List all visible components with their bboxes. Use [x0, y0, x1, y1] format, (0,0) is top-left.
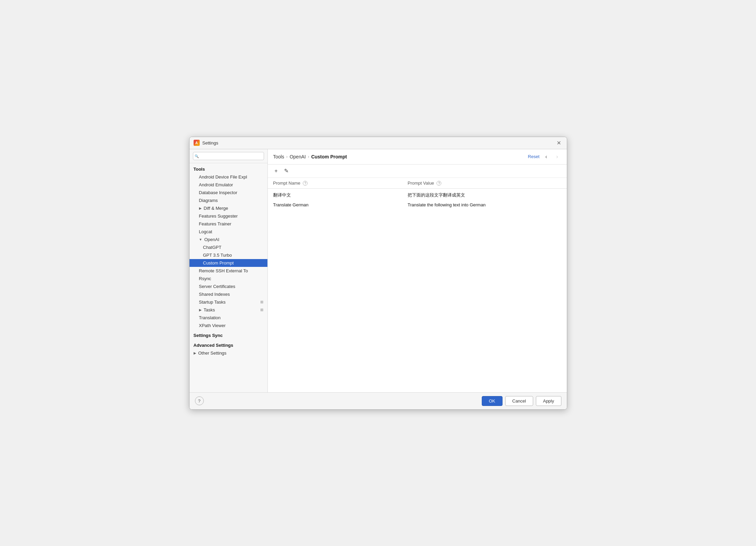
sidebar-item-label: Other Settings: [198, 351, 227, 356]
app-icon: A: [194, 140, 200, 146]
table-body: 翻译中文 把下面的这段文字翻译成英文 Translate German Tran…: [268, 189, 567, 210]
sidebar-item-label: Startup Tasks: [199, 300, 226, 305]
sidebar-item-logcat[interactable]: Logcat: [190, 228, 267, 236]
table-row[interactable]: Translate German Translate the following…: [268, 200, 567, 209]
table-area: Prompt Name ? Prompt Value ? 翻译中文: [268, 178, 567, 392]
col-prompt-value: Prompt Value ?: [402, 178, 566, 189]
dialog-title: Settings: [202, 140, 218, 146]
section-advanced-settings: Advanced Settings: [190, 339, 267, 349]
sidebar-item-database-inspector[interactable]: Database Inspector: [190, 189, 267, 197]
add-button[interactable]: +: [272, 167, 281, 175]
sidebar-item-other-settings[interactable]: ▶ Other Settings: [190, 349, 267, 357]
main-content: Tools Android Device File Expl Android E…: [190, 149, 567, 392]
prompt-name-cell: 翻译中文: [268, 189, 402, 201]
content-area: Tools › OpenAI › Custom Prompt Reset ‹ ›…: [268, 149, 567, 392]
nav-forward-button[interactable]: ›: [553, 153, 561, 161]
section-tools: Tools: [190, 163, 267, 173]
prompt-name-help-icon[interactable]: ?: [303, 181, 308, 186]
sidebar-item-label: Diff & Merge: [204, 206, 228, 211]
help-button[interactable]: ?: [195, 396, 204, 405]
data-table: Prompt Name ? Prompt Value ? 翻译中文: [268, 178, 567, 210]
sidebar-item-label: Android Device File Expl: [199, 174, 247, 180]
breadcrumb-sep2: ›: [308, 154, 309, 159]
edit-button[interactable]: ✎: [282, 167, 291, 175]
bottom-left: ?: [195, 396, 204, 405]
sidebar-item-label: Logcat: [199, 229, 212, 234]
sidebar-item-android-emulator[interactable]: Android Emulator: [190, 181, 267, 189]
sidebar-item-shared-indexes[interactable]: Shared Indexes: [190, 290, 267, 298]
sidebar-item-chatgpt[interactable]: ChatGPT: [190, 243, 267, 251]
sidebar-item-android-device[interactable]: Android Device File Expl: [190, 173, 267, 181]
sidebar-item-label: Custom Prompt: [203, 260, 234, 266]
sidebar-item-rsync[interactable]: Rsync: [190, 275, 267, 283]
breadcrumb-part1: Tools: [273, 154, 284, 159]
sidebar-item-diff-merge[interactable]: ▶ Diff & Merge: [190, 204, 267, 212]
sidebar-item-label: OpenAI: [204, 237, 219, 242]
expand-arrow-icon: ▼: [199, 238, 202, 241]
sidebar-item-features-trainer[interactable]: Features Trainer: [190, 220, 267, 228]
sidebar-item-startup-tasks[interactable]: Startup Tasks ⊞: [190, 298, 267, 306]
sidebar-item-label: Shared Indexes: [199, 292, 230, 297]
apply-button[interactable]: Apply: [536, 396, 561, 406]
prompt-value-help-icon[interactable]: ?: [437, 181, 441, 186]
breadcrumb-current: Custom Prompt: [311, 154, 347, 159]
sidebar-item-xpath-viewer[interactable]: XPath Viewer: [190, 322, 267, 329]
close-button[interactable]: ✕: [555, 139, 563, 147]
sidebar-item-label: Tasks: [204, 307, 215, 312]
sidebar-item-label: Server Certificates: [199, 284, 235, 289]
prompt-value-cell: 把下面的这段文字翻译成英文: [402, 189, 566, 201]
ok-button[interactable]: OK: [482, 396, 503, 406]
section-settings-sync: Settings Sync: [190, 329, 267, 339]
sidebar-scroll: Tools Android Device File Expl Android E…: [190, 163, 267, 392]
settings-dialog: A Settings ✕ Tools Android Device File E…: [189, 137, 567, 410]
col-prompt-name: Prompt Name ?: [268, 178, 402, 189]
expand-arrow-icon: ▶: [194, 351, 196, 355]
expand-arrow-icon: ▶: [199, 206, 202, 210]
sidebar: Tools Android Device File Expl Android E…: [190, 149, 268, 392]
title-bar-left: A Settings: [194, 140, 218, 146]
content-header: Tools › OpenAI › Custom Prompt Reset ‹ ›: [268, 149, 567, 165]
sidebar-item-label: ChatGPT: [203, 245, 221, 250]
content-toolbar: + ✎: [268, 165, 567, 178]
breadcrumb: Tools › OpenAI › Custom Prompt: [273, 154, 347, 159]
nav-back-button[interactable]: ‹: [542, 153, 550, 161]
bottom-right: OK Cancel Apply: [482, 396, 561, 406]
sidebar-item-tasks[interactable]: ▶ Tasks ⊞: [190, 306, 267, 314]
search-box: [190, 149, 267, 163]
sidebar-item-translation[interactable]: Translation: [190, 314, 267, 322]
sidebar-item-label: Database Inspector: [199, 190, 237, 195]
prompt-value-cell: Translate the following text into German: [402, 200, 566, 209]
sidebar-item-label: Remote SSH External To: [199, 268, 248, 273]
search-wrapper: [193, 152, 264, 160]
sidebar-item-custom-prompt[interactable]: Custom Prompt: [190, 259, 267, 267]
sidebar-item-label: Features Suggester: [199, 214, 238, 219]
sidebar-item-diagrams[interactable]: Diagrams: [190, 197, 267, 204]
bottom-bar: ? OK Cancel Apply: [190, 392, 567, 409]
expand-arrow-icon: ▶: [199, 308, 202, 312]
sidebar-item-openai[interactable]: ▼ OpenAI: [190, 236, 267, 243]
sidebar-item-label: XPath Viewer: [199, 323, 226, 328]
title-bar: A Settings ✕: [190, 137, 567, 149]
breadcrumb-sep1: ›: [286, 154, 287, 159]
reset-button[interactable]: Reset: [528, 154, 540, 159]
breadcrumb-part2: OpenAI: [290, 154, 306, 159]
sidebar-item-label: Features Trainer: [199, 221, 231, 226]
search-input[interactable]: [193, 152, 264, 160]
sidebar-item-remote-ssh[interactable]: Remote SSH External To: [190, 267, 267, 275]
sidebar-item-label: Diagrams: [199, 198, 218, 203]
table-row[interactable]: 翻译中文 把下面的这段文字翻译成英文: [268, 189, 567, 201]
table-header: Prompt Name ? Prompt Value ?: [268, 178, 567, 189]
sidebar-item-label: Translation: [199, 315, 221, 320]
tasks-badge: ⊞: [260, 308, 263, 312]
sidebar-item-features-suggester[interactable]: Features Suggester: [190, 212, 267, 220]
sidebar-item-label: Android Emulator: [199, 182, 233, 187]
header-actions: Reset ‹ ›: [528, 153, 561, 161]
sidebar-item-gpt35turbo[interactable]: GPT 3.5 Turbo: [190, 251, 267, 259]
sidebar-item-server-certificates[interactable]: Server Certificates: [190, 283, 267, 290]
cancel-button[interactable]: Cancel: [505, 396, 533, 406]
sidebar-item-label: Rsync: [199, 276, 211, 281]
prompt-name-cell: Translate German: [268, 200, 402, 209]
startup-tasks-badge: ⊞: [260, 300, 263, 304]
sidebar-item-label: GPT 3.5 Turbo: [203, 253, 232, 258]
